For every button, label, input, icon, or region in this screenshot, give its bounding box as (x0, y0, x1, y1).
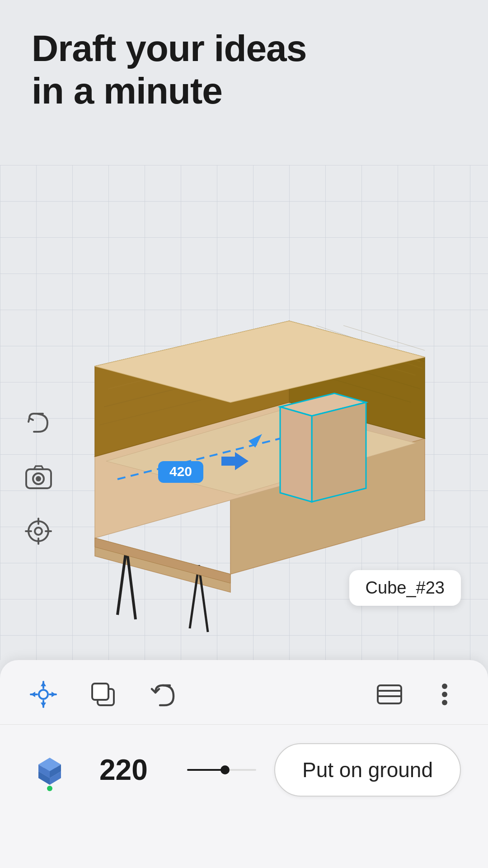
toolbar-left (27, 678, 373, 711)
3d-viewport[interactable]: 420 Draft your ideas in a minute (0, 0, 488, 660)
action-row: 220 Put on ground (0, 725, 488, 815)
undo-toolbar-button[interactable] (146, 678, 179, 711)
target-button[interactable] (23, 515, 54, 547)
svg-point-56 (442, 684, 447, 689)
object-label: Cube_#23 (349, 570, 461, 606)
more-options-button[interactable] (428, 678, 461, 711)
transform-button[interactable] (27, 678, 60, 711)
svg-point-37 (35, 528, 42, 535)
app-header: Draft your ideas in a minute (32, 27, 306, 113)
svg-text:420: 420 (169, 464, 192, 479)
svg-rect-53 (378, 685, 401, 703)
left-toolbar (23, 407, 54, 547)
duplicate-button[interactable] (87, 678, 119, 711)
ground-indicator (47, 786, 52, 791)
svg-marker-21 (312, 402, 366, 502)
screenshot-button[interactable] (23, 461, 54, 493)
bottom-panel: 220 Put on ground (0, 660, 488, 868)
put-on-ground-button[interactable]: Put on ground (274, 743, 461, 797)
svg-marker-22 (280, 407, 312, 502)
svg-point-42 (39, 690, 48, 699)
svg-point-57 (442, 692, 447, 697)
object-icon (27, 743, 72, 797)
svg-marker-49 (31, 692, 35, 697)
svg-point-58 (442, 700, 447, 705)
toolbar-right (373, 678, 461, 711)
undo-button[interactable] (23, 407, 54, 439)
svg-marker-47 (41, 682, 46, 686)
svg-marker-48 (41, 703, 46, 707)
style-button[interactable] (373, 678, 406, 711)
svg-marker-50 (52, 692, 56, 697)
svg-rect-52 (92, 684, 108, 700)
height-value: 220 (99, 753, 169, 787)
svg-point-35 (36, 476, 41, 481)
toolbar-strip (0, 660, 488, 725)
height-slider[interactable] (187, 769, 257, 771)
